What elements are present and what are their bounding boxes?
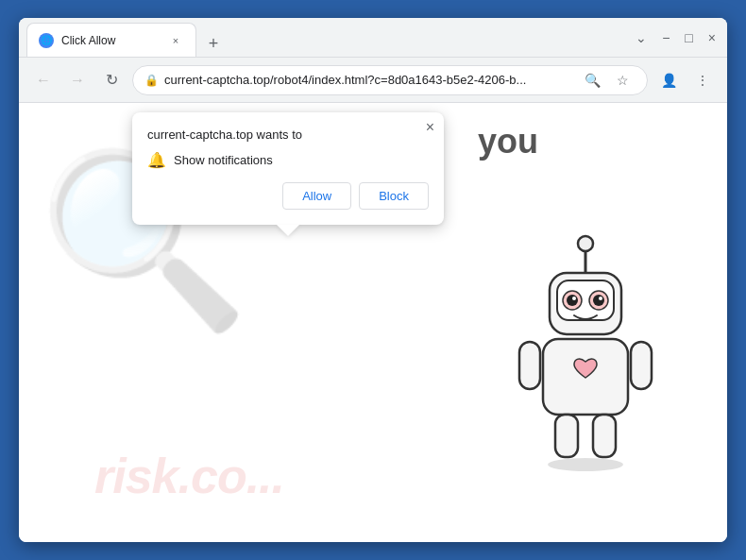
watermark-text: risk.co...	[94, 448, 284, 504]
popup-tail	[277, 225, 299, 236]
notification-label: Show notifications	[174, 153, 273, 167]
minimize-button[interactable]: −	[658, 26, 673, 49]
popup-buttons: Allow Block	[147, 182, 429, 210]
svg-point-15	[548, 458, 623, 471]
search-icon[interactable]: 🔍	[579, 67, 605, 93]
webpage: 🔍 you risk.co...	[19, 103, 727, 542]
maximize-button[interactable]: □	[681, 26, 696, 49]
svg-point-6	[567, 295, 578, 306]
back-button[interactable]: ←	[30, 67, 57, 93]
url-actions: 🔍 ☆	[579, 67, 636, 93]
bell-icon: 🔔	[147, 151, 166, 169]
tab-title: Click Allow	[61, 34, 160, 47]
popup-close-button[interactable]: ×	[426, 120, 434, 135]
svg-rect-14	[593, 415, 616, 457]
address-bar: ← → ↻ 🔒 current-captcha.top/robot4/index…	[19, 58, 727, 103]
title-bar: 🌐 Click Allow × + ⌄ − □ ×	[19, 18, 727, 58]
tab-close-button[interactable]: ×	[167, 32, 184, 49]
lock-icon: 🔒	[144, 74, 159, 87]
svg-rect-11	[519, 342, 540, 389]
browser-window: 🌐 Click Allow × + ⌄ − □ × ← → ↻ 🔒 curre	[19, 18, 727, 542]
tab-favicon: 🌐	[39, 33, 54, 48]
close-button[interactable]: ×	[704, 26, 720, 49]
bookmark-icon[interactable]: ☆	[609, 67, 636, 93]
chevron-down-icon[interactable]: ⌄	[632, 26, 651, 49]
refresh-button[interactable]: ↻	[98, 67, 125, 93]
url-bar[interactable]: 🔒 current-captcha.top/robot4/index.html?…	[132, 65, 648, 95]
svg-point-7	[593, 295, 604, 306]
you-text: you	[478, 122, 538, 161]
url-text: current-captcha.top/robot4/index.html?c=…	[164, 73, 573, 87]
new-tab-button[interactable]: +	[200, 30, 227, 57]
notification-popup: × current-captcha.top wants to 🔔 Show no…	[132, 112, 444, 225]
notification-row: 🔔 Show notifications	[147, 151, 429, 169]
block-button[interactable]: Block	[359, 182, 429, 210]
svg-point-1	[578, 236, 593, 251]
svg-point-9	[599, 297, 602, 300]
window-controls: ⌄ − □ ×	[632, 26, 720, 49]
menu-icon[interactable]: ⋮	[689, 67, 716, 93]
profile-icon[interactable]: 👤	[655, 67, 682, 93]
allow-button[interactable]: Allow	[282, 182, 351, 210]
svg-rect-13	[555, 415, 578, 457]
popup-title: current-captcha.top wants to	[147, 127, 429, 142]
robot-illustration	[491, 221, 699, 523]
svg-point-8	[572, 297, 576, 300]
svg-rect-12	[631, 342, 652, 389]
tab-area: 🌐 Click Allow × +	[26, 18, 628, 57]
forward-button[interactable]: →	[64, 67, 91, 93]
active-tab[interactable]: 🌐 Click Allow ×	[26, 23, 196, 57]
